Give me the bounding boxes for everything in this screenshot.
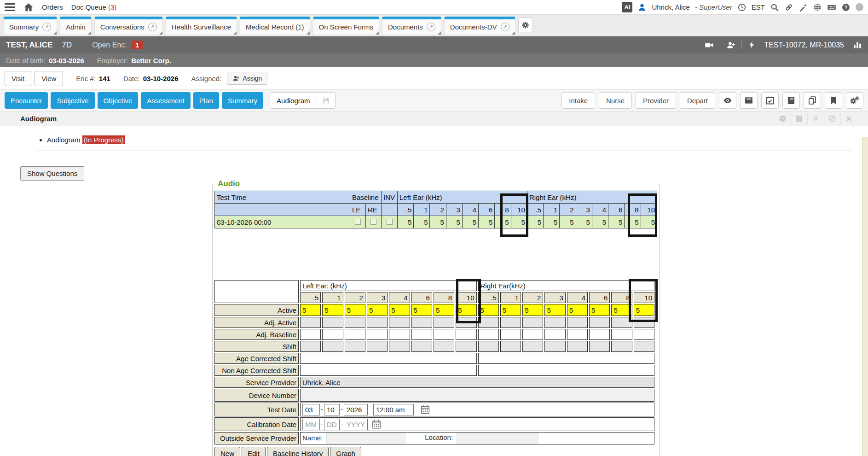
- adj-active-cell[interactable]: [567, 317, 588, 328]
- note-tab-encounter[interactable]: Encounter: [5, 92, 48, 109]
- nav-orders[interactable]: Orders: [42, 3, 63, 11]
- note-tab-assessment[interactable]: Assessment: [141, 92, 191, 109]
- gears-button[interactable]: [846, 92, 863, 109]
- active-value-cell[interactable]: 5: [456, 304, 476, 316]
- home-icon[interactable]: [23, 2, 34, 12]
- visit-button[interactable]: Visit: [5, 71, 31, 86]
- edit-button[interactable]: Edit: [242, 447, 266, 456]
- tab-conversations[interactable]: Conversations↗: [94, 17, 163, 35]
- bookmark-button[interactable]: [825, 92, 842, 109]
- adj-baseline-cell[interactable]: [322, 329, 343, 340]
- active-value-cell[interactable]: 5: [589, 304, 610, 316]
- cal-check-button[interactable]: [761, 92, 779, 109]
- shift-cell[interactable]: [322, 341, 343, 352]
- test-date-day-input[interactable]: [324, 404, 340, 415]
- calibration-year-input[interactable]: [344, 419, 368, 430]
- save-button[interactable]: [317, 97, 335, 105]
- graph-button[interactable]: Graph: [330, 447, 361, 456]
- active-value-cell[interactable]: 5: [544, 304, 565, 316]
- tab-settings-button[interactable]: [518, 18, 533, 32]
- note-tab-subjective[interactable]: Subjective: [51, 92, 94, 109]
- adj-baseline-cell[interactable]: [500, 329, 521, 340]
- adj-baseline-cell[interactable]: [522, 329, 543, 340]
- search-button[interactable]: [770, 3, 779, 12]
- active-value-cell[interactable]: 5: [478, 304, 499, 316]
- nav-doc-queue[interactable]: Doc Queue (3): [71, 3, 116, 11]
- adj-active-cell[interactable]: [411, 317, 432, 328]
- tab-medical-record-1[interactable]: Medical Record (1): [240, 17, 310, 35]
- shift-cell[interactable]: [367, 341, 388, 352]
- help-button[interactable]: [841, 3, 851, 12]
- outside-name-input[interactable]: [326, 433, 405, 444]
- inv-checkbox[interactable]: [387, 219, 393, 225]
- disable-button[interactable]: [824, 113, 840, 125]
- outside-location-input[interactable]: [457, 433, 538, 444]
- baseline-le-checkbox[interactable]: [355, 219, 361, 225]
- adj-baseline-cell[interactable]: [411, 329, 432, 340]
- adj-active-cell[interactable]: [611, 317, 632, 328]
- adj-active-cell[interactable]: [589, 317, 610, 328]
- adj-active-cell[interactable]: [322, 317, 343, 328]
- show-questions-button[interactable]: Show Questions: [20, 166, 84, 181]
- active-value-cell[interactable]: 5: [300, 304, 321, 316]
- active-value-cell[interactable]: 5: [611, 304, 632, 316]
- shift-cell[interactable]: [634, 341, 654, 352]
- shift-cell[interactable]: [345, 341, 365, 352]
- wand-button[interactable]: [799, 3, 808, 12]
- keyboard-button[interactable]: [827, 3, 836, 12]
- adj-baseline-cell[interactable]: [589, 329, 610, 340]
- adj-baseline-cell[interactable]: [478, 329, 499, 340]
- adj-active-cell[interactable]: [389, 317, 410, 328]
- shift-cell[interactable]: [567, 341, 588, 352]
- adj-baseline-cell[interactable]: [300, 329, 321, 340]
- tab-audiogram[interactable]: Audiogram: [270, 97, 317, 105]
- journal-button[interactable]: [782, 92, 800, 109]
- adj-active-cell[interactable]: [544, 317, 565, 328]
- person-add-icon[interactable]: [726, 41, 735, 50]
- close-button[interactable]: [840, 113, 857, 125]
- tab-documents[interactable]: Documents↗: [382, 17, 441, 35]
- active-value-cell[interactable]: 5: [367, 304, 388, 316]
- test-time-input[interactable]: [373, 404, 414, 415]
- shift-cell[interactable]: [611, 341, 632, 352]
- calibration-day-input[interactable]: [324, 419, 340, 430]
- calibration-month-input[interactable]: [302, 419, 320, 430]
- adj-baseline-cell[interactable]: [544, 329, 565, 340]
- adj-active-cell[interactable]: [300, 317, 321, 328]
- audiogram-tab-group[interactable]: Audiogram: [270, 92, 336, 109]
- audiogram-list-item[interactable]: Audiogram (In Progress): [47, 136, 852, 144]
- baseline-re-checkbox[interactable]: [370, 219, 376, 225]
- tab-on-screen-forms[interactable]: On Screen Forms: [313, 17, 379, 35]
- adj-active-cell[interactable]: [522, 317, 543, 328]
- adj-active-cell[interactable]: [345, 317, 365, 328]
- adj-baseline-cell[interactable]: [634, 329, 654, 340]
- stage-button-nurse[interactable]: Nurse: [599, 92, 632, 109]
- shift-cell[interactable]: [300, 341, 321, 352]
- shift-cell[interactable]: [456, 341, 476, 352]
- scrollbar[interactable]: [862, 137, 868, 456]
- active-value-cell[interactable]: 5: [389, 304, 410, 316]
- new-button[interactable]: New: [214, 447, 240, 456]
- video-camera-icon[interactable]: [705, 41, 714, 50]
- tab-admin[interactable]: Admin: [60, 17, 92, 35]
- shift-cell[interactable]: [589, 341, 610, 352]
- stage-button-intake[interactable]: Intake: [561, 92, 595, 109]
- adj-baseline-cell[interactable]: [367, 329, 388, 340]
- adj-active-cell[interactable]: [634, 317, 654, 328]
- audiogram-result-row[interactable]: 03-10-2026 00:005555555555555555: [215, 216, 657, 228]
- tab-documents-dv[interactable]: Documents-DV↗: [444, 17, 515, 35]
- active-value-cell[interactable]: 5: [411, 304, 432, 316]
- shift-cell[interactable]: [522, 341, 543, 352]
- link-button[interactable]: [784, 3, 793, 12]
- active-value-cell[interactable]: 5: [345, 304, 365, 316]
- chart-icon[interactable]: [853, 41, 862, 50]
- shift-cell[interactable]: [434, 341, 454, 352]
- copy-button[interactable]: [804, 92, 821, 109]
- calibration-calendar-button[interactable]: [371, 419, 382, 429]
- note-tab-summary[interactable]: Summary: [222, 92, 263, 109]
- active-value-cell[interactable]: 5: [634, 304, 654, 316]
- note-tab-objective[interactable]: Objective: [98, 92, 139, 109]
- stage-button-depart[interactable]: Depart: [680, 92, 715, 109]
- shift-cell[interactable]: [411, 341, 432, 352]
- user-name[interactable]: Uhrick, Alice: [652, 3, 690, 11]
